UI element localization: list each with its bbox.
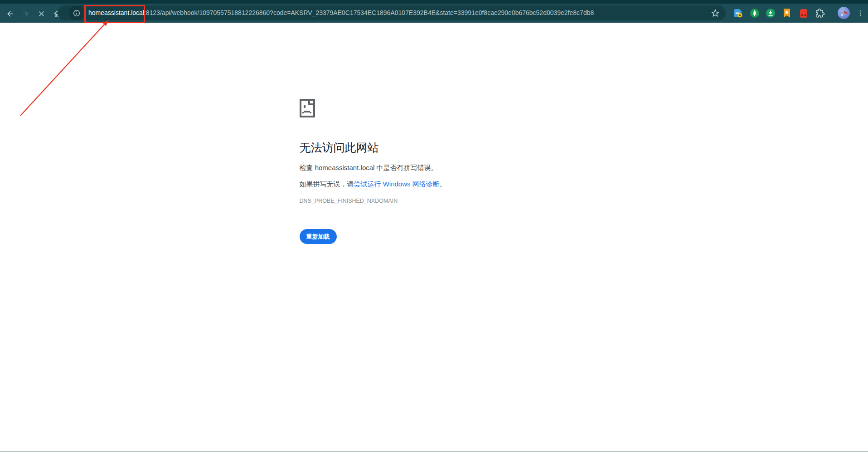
site-info-button[interactable] bbox=[69, 5, 84, 20]
avatar-decoration bbox=[844, 11, 848, 14]
browser-menu-button[interactable] bbox=[857, 7, 864, 19]
error-line-2: 如果拼写无误，请尝试运行 Windows 网络诊断。 bbox=[300, 179, 569, 189]
reload-button[interactable]: 重新加载 bbox=[300, 229, 337, 244]
bookmark-star-icon bbox=[710, 8, 720, 18]
sad-file-icon bbox=[300, 99, 315, 117]
tab-strip bbox=[0, 0, 868, 4]
extension-download[interactable] bbox=[766, 8, 776, 18]
document-download-extension-icon bbox=[733, 8, 743, 18]
profile-avatar[interactable] bbox=[838, 7, 850, 19]
error-line-2-prefix: 如果拼写无误，请 bbox=[300, 180, 354, 188]
url-path: :8123/api/webhook/10970557518812226860?c… bbox=[144, 9, 594, 16]
window-bottom-edge bbox=[0, 451, 868, 452]
error-content: 无法访问此网站 检查 homeassistant.local 中是否有拼写错误。… bbox=[300, 23, 569, 244]
error-title: 无法访问此网站 bbox=[300, 139, 569, 156]
download-extension-icon bbox=[766, 8, 776, 18]
back-button[interactable] bbox=[4, 7, 16, 20]
url-host: homeassistant.local bbox=[88, 9, 144, 16]
back-icon bbox=[6, 10, 15, 18]
avatar-decoration bbox=[841, 14, 844, 16]
error-code: DNS_PROBE_FINISHED_NXDOMAIN bbox=[300, 197, 569, 205]
error-line-1: 检查 homeassistant.local 中是否有拼写错误。 bbox=[300, 163, 569, 173]
error-page: 无法访问此网站 检查 homeassistant.local 中是否有拼写错误。… bbox=[0, 23, 868, 451]
tree-extension-icon bbox=[750, 8, 760, 18]
adblock-extension-icon bbox=[799, 8, 809, 18]
extension-document-download[interactable] bbox=[733, 8, 743, 18]
extension-bookmark-ribbon[interactable] bbox=[782, 8, 792, 18]
browser-toolbar: homeassistant.local:8123/api/webhook/109… bbox=[0, 4, 868, 23]
stop-icon bbox=[37, 10, 46, 18]
url-text: homeassistant.local:8123/api/webhook/109… bbox=[88, 5, 594, 20]
network-diagnostics-link[interactable]: 尝试运行 Windows 网络诊断 bbox=[354, 180, 440, 188]
three-dot-menu-icon bbox=[857, 9, 864, 17]
stop-button[interactable] bbox=[35, 7, 48, 20]
error-line-2-suffix: 。 bbox=[440, 180, 446, 188]
forward-icon bbox=[21, 10, 30, 18]
bookmark-button[interactable] bbox=[710, 8, 720, 18]
toolbar-separator bbox=[831, 9, 831, 17]
extension-tree[interactable] bbox=[750, 8, 760, 18]
forward-button[interactable] bbox=[19, 7, 32, 20]
bookmark-ribbon-extension-icon bbox=[782, 8, 792, 18]
extensions-menu-button[interactable] bbox=[815, 8, 825, 18]
address-bar[interactable]: homeassistant.local:8123/api/webhook/109… bbox=[58, 5, 726, 20]
site-info-icon bbox=[73, 9, 81, 17]
extension-adblock[interactable] bbox=[799, 8, 809, 18]
extensions-puzzle-icon bbox=[815, 8, 825, 18]
